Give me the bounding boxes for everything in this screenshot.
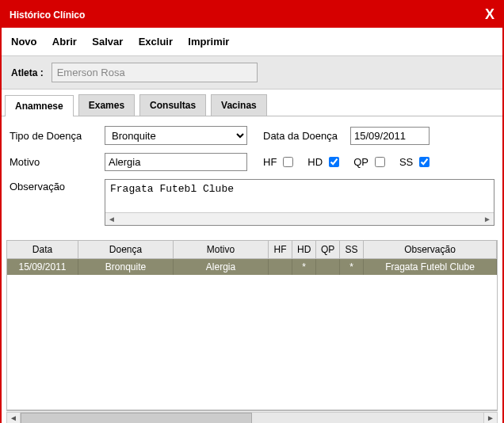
menu-novo[interactable]: Novo	[11, 36, 37, 48]
grid-header-qp[interactable]: QP	[316, 241, 340, 258]
cell-data: 15/09/2011	[7, 259, 78, 275]
qp-label: QP	[353, 156, 368, 168]
grid-header-hd[interactable]: HD	[292, 241, 316, 258]
tabs: Anamnese Exames Consultas Vacinas	[2, 94, 502, 116]
chevron-right-icon[interactable]: ►	[483, 412, 498, 424]
hf-label: HF	[263, 156, 277, 168]
chevron-right-icon[interactable]: ►	[481, 215, 494, 223]
cell-qp	[316, 259, 340, 275]
grid-header-ss[interactable]: SS	[340, 241, 364, 258]
grid-header-data[interactable]: Data	[7, 241, 78, 258]
grid: Data Doença Motivo HF HD QP SS Observaçã…	[6, 240, 498, 410]
chevron-left-icon[interactable]: ◄	[105, 215, 118, 223]
form-area: Tipo de Doença Bronquite Data da Doença …	[2, 116, 502, 235]
table-row[interactable]: 15/09/2011 Bronquite Alergia * * Fragata…	[7, 259, 497, 275]
tab-vacinas[interactable]: Vacinas	[211, 94, 267, 116]
menu-excluir[interactable]: Excluir	[139, 36, 173, 48]
motivo-input[interactable]	[105, 153, 247, 171]
cell-obs: Fragata Futebl Clube	[364, 259, 497, 275]
hd-checkbox[interactable]	[329, 157, 339, 167]
atleta-input[interactable]	[52, 63, 258, 82]
grid-header-motivo[interactable]: Motivo	[174, 241, 269, 258]
grid-header: Data Doença Motivo HF HD QP SS Observaçã…	[7, 241, 497, 259]
cell-hd: *	[292, 259, 316, 275]
tab-anamnese[interactable]: Anamnese	[5, 95, 74, 116]
obs-wrap: ◄ ►	[105, 179, 494, 226]
qp-checkbox[interactable]	[375, 157, 385, 167]
grid-hscroll-thumb[interactable]	[21, 413, 252, 424]
obs-textarea[interactable]	[105, 180, 494, 210]
data-doenca-input[interactable]	[350, 127, 430, 145]
checkbox-group: HF HD QP SS	[263, 156, 439, 168]
hf-checkbox[interactable]	[283, 157, 293, 167]
cell-ss: *	[340, 259, 364, 275]
hd-label: HD	[307, 156, 323, 168]
motivo-label: Motivo	[10, 156, 105, 168]
tab-exames[interactable]: Exames	[78, 94, 135, 116]
data-doenca-label: Data da Doença	[263, 130, 350, 142]
grid-hscroll[interactable]: ◄ ►	[6, 410, 498, 423]
obs-hscroll[interactable]: ◄ ►	[105, 212, 494, 225]
window: Histórico Clínico X Novo Abrir Salvar Ex…	[0, 0, 504, 423]
menu-salvar[interactable]: Salvar	[92, 36, 123, 48]
grid-header-hf[interactable]: HF	[269, 241, 292, 258]
obs-label: Observação	[10, 179, 105, 192]
grid-body[interactable]: 15/09/2011 Bronquite Alergia * * Fragata…	[7, 259, 497, 410]
grid-header-doenca[interactable]: Doença	[78, 241, 174, 258]
tipo-doenca-label: Tipo de Doença	[10, 130, 105, 142]
titlebar: Histórico Clínico X	[2, 2, 502, 28]
cell-doenca: Bronquite	[78, 259, 174, 275]
cell-hf	[269, 259, 292, 275]
menubar: Novo Abrir Salvar Excluir Imprimir	[2, 28, 502, 56]
window-title: Histórico Clínico	[10, 10, 85, 21]
menu-abrir[interactable]: Abrir	[52, 36, 77, 48]
tab-consultas[interactable]: Consultas	[139, 94, 206, 116]
chevron-left-icon[interactable]: ◄	[6, 412, 21, 424]
menu-imprimir[interactable]: Imprimir	[188, 36, 229, 48]
grid-header-obs[interactable]: Observação	[364, 241, 497, 258]
ss-label: SS	[399, 156, 413, 168]
cell-motivo: Alergia	[174, 259, 269, 275]
grid-hscroll-track[interactable]	[21, 412, 483, 424]
close-icon[interactable]: X	[485, 6, 494, 23]
tipo-doenca-select[interactable]: Bronquite	[105, 126, 247, 145]
atleta-label: Atleta :	[11, 67, 44, 78]
atleta-row: Atleta :	[2, 56, 502, 90]
ss-checkbox[interactable]	[419, 157, 430, 167]
